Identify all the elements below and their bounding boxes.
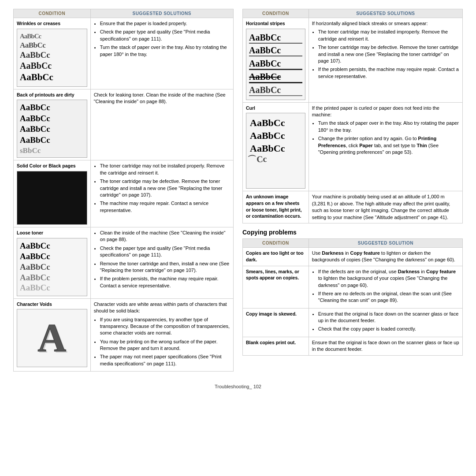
table-row: Loose toner AaBbCc AaBbCc AaBbCc AaBbCc … [14, 227, 234, 299]
list-item: If there are no defects on the original,… [318, 290, 459, 304]
solution-cell: Ensure that the paper is loaded properly… [90, 18, 233, 89]
list-item: Change the printer option and try again.… [318, 135, 459, 156]
condition-title: Loose toner [17, 230, 43, 235]
black-image [17, 171, 87, 225]
table-row: Curl AaBbCc AaBbCc AaBbCc ⌒Cc If the pri… [243, 102, 463, 191]
loose-line-5: AaBbCc [20, 283, 84, 293]
stripe-line-2: AaBbCc [249, 45, 302, 56]
list-item: The toner cartridge may be installed imp… [318, 29, 459, 42]
condition-title: Wrinkles or creases [17, 21, 60, 26]
dirty-line-2: AaBbCc [20, 113, 84, 124]
page-footer: Troubleshooting_ 102 [13, 384, 463, 389]
list-item: If the problem persists, the machine may… [100, 275, 230, 289]
dirty-image: AaBbCc AaBbCc AaBbCc AaBbCc sBbCc [17, 100, 87, 158]
condition-cell: Back of printouts are dirty AaBbCc AaBbC… [14, 89, 91, 160]
curl-line-4: ⌒Cc [247, 151, 299, 166]
solution-intro: Character voids are white areas within p… [94, 301, 227, 313]
solution-cell: Clean the inside of the machine (See "Cl… [90, 227, 233, 299]
solution-intro: If horizontally aligned black streaks or… [312, 21, 428, 26]
condition-cell: Smears, lines, marks, or spots appear on… [243, 266, 309, 308]
table-row: Character Voids A Character voids are wh… [14, 298, 234, 372]
condition-cell: Horizontal stripes AaBbCc AaBbCc AaBbCc … [243, 18, 309, 103]
list-item: If you are using transparencies, try ano… [100, 316, 230, 337]
wrinkles-image: AaBbCc AaBbCc AaBbCc AaBbCc AaBbCc [17, 29, 87, 87]
table-row: Wrinkles or creases AaBbCc AaBbCc AaBbCc… [14, 18, 234, 89]
table-row: Horizontal stripes AaBbCc AaBbCc AaBbCc … [243, 18, 463, 103]
condition-cell: Copies are too light or too dark. [243, 247, 309, 266]
solution-cell: If horizontally aligned black streaks or… [309, 18, 462, 103]
left-solution-header: SUGGESTED SOLUTIONS [90, 9, 233, 18]
list-item: The toner cartridge may not be installed… [100, 163, 230, 176]
list-item: If the problem persists, the machine may… [318, 66, 459, 80]
curl-line-2: AaBbCc [250, 130, 301, 142]
list-item: Check the paper type and quality (See "P… [100, 245, 230, 259]
solution-cell: Character voids are white areas within p… [90, 298, 233, 372]
condition-cell: An unknown image appears on a few sheets… [243, 191, 309, 223]
condition-title: Back of printouts are dirty [17, 92, 74, 97]
copying-solution-header: SUGGESTED SOLUTION [309, 238, 462, 247]
condition-cell: Blank copies print out. [243, 337, 309, 355]
list-item: Ensure that the original is face down on… [318, 311, 459, 324]
wrinkle-line-3: AaBbCc [20, 50, 84, 60]
table-row: Back of printouts are dirty AaBbCc AaBbC… [14, 89, 234, 160]
solution-cell: If the defects are on the original, use … [309, 266, 462, 308]
condition-title: Copies are too light or too dark. [246, 250, 304, 262]
copying-section-title: Copying problems [242, 229, 463, 236]
list-item: If the defects are on the original, use … [318, 268, 459, 289]
solution-cell: The toner cartridge may not be installed… [90, 160, 233, 227]
condition-cell: Copy image is skewed. [243, 308, 309, 337]
loose-line-2: AaBbCc [20, 251, 84, 262]
wrinkle-line-1: AaBbCc [20, 32, 84, 41]
solution-intro: If the printed paper is curled or paper … [312, 105, 439, 117]
horiz-stripes-image: AaBbCc AaBbCc AaBbCc AaBbCc AaBbCc [246, 29, 305, 100]
list-item: Check the paper type and quality (See "P… [100, 29, 230, 42]
wrinkle-line-4: AaBbCc [20, 60, 84, 71]
list-item: Ensure that the paper is loaded properly… [100, 20, 230, 27]
dirty-line-3: AaBbCc [20, 124, 84, 135]
left-print-table: CONDITION SUGGESTED SOLUTIONS Wrinkles o… [13, 9, 234, 372]
copying-table: CONDITION SUGGESTED SOLUTION Copies are … [242, 238, 463, 356]
loose-line-4: AaBbCc [20, 272, 84, 283]
loose-image: AaBbCc AaBbCc AaBbCc AaBbCc AaBbCc [17, 238, 87, 296]
table-row: An unknown image appears on a few sheets… [243, 191, 463, 223]
wrinkle-line-5: AaBbCc [20, 71, 84, 83]
table-row: Smears, lines, marks, or spots appear on… [243, 266, 463, 308]
solution-cell: Ensure that the original is face down on… [309, 308, 462, 337]
solution-cell: Your machine is probably being used at a… [309, 191, 462, 223]
dirty-line-4: AaBbCc [20, 135, 84, 146]
stripe-line-1: AaBbCc [249, 32, 302, 44]
loose-line-1: AaBbCc [20, 241, 84, 251]
curl-line-1: AaBbCc [250, 117, 301, 130]
solution-cell: Check for leaking toner. Clean the insid… [90, 89, 233, 160]
list-item: Check that the copy paper is loaded corr… [318, 326, 459, 332]
condition-title: Curl [246, 105, 255, 111]
condition-title: Horizontal stripes [246, 21, 285, 26]
condition-cell: Character Voids A [14, 298, 91, 372]
solution-cell: Use Darkness in Copy feature to lighten … [309, 247, 462, 266]
stripe-line-4: AaBbCc [249, 71, 302, 83]
solution-cell: If the printed paper is curled or paper … [309, 102, 462, 191]
char-void-letter: A [37, 310, 66, 366]
solution-cell: Ensure that the original is face down on… [309, 337, 462, 355]
left-condition-header: CONDITION [14, 9, 91, 18]
condition-title: Character Voids [17, 301, 52, 307]
condition-title: Blank copies print out. [246, 340, 296, 345]
dirty-line-1: AaBbCc [20, 102, 84, 113]
wrinkle-line-2: AaBbCc [20, 41, 84, 50]
list-item: The toner cartridge may be defective. Re… [318, 44, 459, 64]
right-column: CONDITION SUGGESTED SOLUTIONS Horizontal… [242, 9, 463, 375]
condition-title: An unknown image appears on a few sheets… [246, 194, 302, 219]
page-layout: CONDITION SUGGESTED SOLUTIONS Wrinkles o… [13, 9, 463, 375]
list-item: Remove the toner cartridge and then, ins… [100, 260, 230, 274]
list-item: Turn the stack of paper over in the tray… [100, 44, 230, 58]
footer-text: Troubleshooting_ 102 [215, 384, 261, 389]
table-row: Copy image is skewed. Ensure that the or… [243, 308, 463, 337]
loose-line-3: AaBbCc [20, 262, 84, 272]
dirty-line-5: sBbCc [20, 146, 84, 156]
condition-cell: Solid Color or Black pages [14, 160, 91, 227]
condition-title: Solid Color or Black pages [17, 163, 76, 168]
list-item: Turn the stack of paper over in the tray… [318, 120, 459, 134]
black-page [17, 171, 87, 224]
list-item: The paper may not meet paper specificati… [100, 353, 230, 367]
right-print-table: CONDITION SUGGESTED SOLUTIONS Horizontal… [242, 9, 463, 223]
